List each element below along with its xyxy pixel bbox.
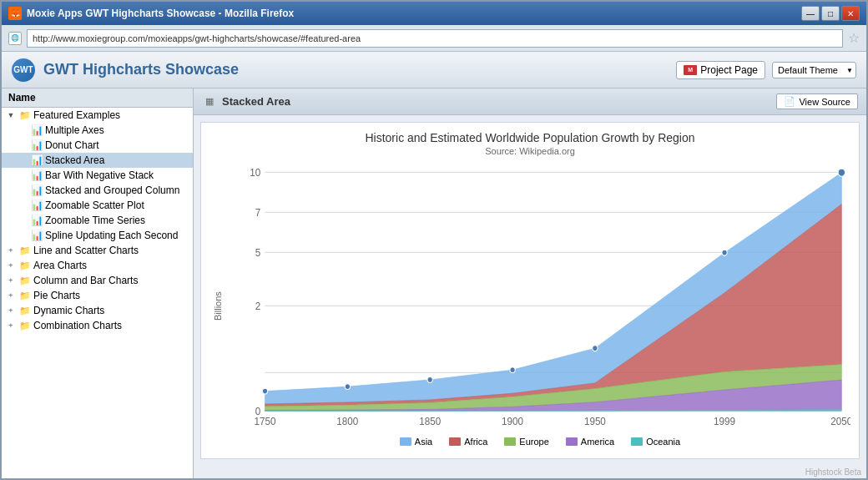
folder-icon: 📁 [18,109,32,121]
legend-item-oceania[interactable]: Oceania [631,437,680,447]
sidebar-item-multiple-axes[interactable]: 📊 Multiple Axes [2,123,193,138]
folder-icon-col: 📁 [18,275,32,286]
sidebar-item-area-charts[interactable]: + 📁 Area Charts [2,258,193,273]
legend-label-asia: Asia [415,437,432,447]
sidebar-item-featured-examples[interactable]: ▼ 📁 Featured Examples [2,108,193,123]
app-title: GWT Highcharts Showcase [43,61,676,78]
spacer [17,200,28,211]
spacer [17,215,28,226]
sidebar-label-pie: Pie Charts [33,290,189,301]
sidebar-item-donut-chart[interactable]: 📊 Donut Chart [2,138,193,153]
legend-item-asia[interactable]: Asia [400,437,432,447]
legend-color-europe [504,437,516,446]
legend-color-america [566,437,578,446]
folder-icon-combo: 📁 [18,320,32,331]
sidebar-label-dynamic: Dynamic Charts [33,305,189,316]
folder-icon-pie: 📁 [18,290,32,301]
chart-icon-scatter: 📊 [30,200,43,211]
page-icon: 🌐 [8,32,22,45]
bookmark-icon[interactable]: ☆ [848,30,860,46]
sidebar-item-stacked-grouped[interactable]: 📊 Stacked and Grouped Column [2,183,193,198]
legend-color-africa [449,437,461,446]
svg-text:1850: 1850 [419,416,441,427]
chart-icon-multiple: 📊 [30,124,43,136]
svg-point-28 [593,346,598,351]
view-source-button[interactable]: 📄 View Source [776,93,858,109]
svg-text:1999: 1999 [714,416,735,427]
legend-label-oceania: Oceania [646,437,680,447]
window-title: Moxie Apps GWT Highcharts Showcase - Moz… [27,8,796,19]
svg-point-25 [345,384,350,390]
svg-text:1800: 1800 [336,416,358,427]
sidebar-item-bar-negative[interactable]: 📊 Bar With Negative Stack [2,168,193,183]
sidebar-item-combination[interactable]: + 📁 Combination Charts [2,318,193,333]
browser-icon: 🦊 [8,7,22,20]
highstock-credit: Highstock Beta [194,466,866,478]
sidebar-item-spline[interactable]: 📊 Spline Updating Each Second [2,228,193,243]
chart-icon-bar: 📊 [30,169,43,181]
sidebar-item-pie[interactable]: + 📁 Pie Charts [2,288,193,303]
legend-item-europe[interactable]: Europe [504,437,548,447]
app-logo: GWT [12,58,35,82]
sidebar-header: Name [2,88,193,108]
chart-header-icon: ▦ [202,96,217,108]
svg-text:7: 7 [255,207,261,219]
maximize-button[interactable]: □ [821,6,840,21]
legend-item-africa[interactable]: Africa [449,437,487,447]
legend-color-oceania [631,437,643,446]
sidebar-label-zoomable-time: Zoomable Time Series [45,215,189,226]
expand-icon-combo: + [5,320,17,331]
sidebar-label-spline: Spline Updating Each Second [45,230,189,241]
sidebar-label-multiple-axes: Multiple Axes [45,124,189,136]
svg-point-29 [722,250,727,255]
sidebar-label-line-scatter: Line and Scatter Charts [33,245,189,256]
sidebar-label-featured: Featured Examples [33,109,189,121]
svg-text:1950: 1950 [584,416,606,427]
chart-icon-donut: 📊 [30,139,43,151]
svg-point-26 [427,376,432,382]
legend-label-europe: Europe [519,437,548,447]
chart-icon-stacked-area: 📊 [30,154,43,166]
close-button[interactable]: ✕ [841,6,860,21]
sidebar-item-column-bar[interactable]: + 📁 Column and Bar Charts [2,273,193,288]
theme-select[interactable]: Default Theme Dark Theme Light Theme [772,62,856,78]
expand-icon-col: + [5,275,17,286]
spacer [17,154,28,166]
folder-icon-area: 📁 [18,260,32,271]
chart-subtitle: Source: Wikipedia.org [209,146,850,156]
sidebar-label-column-bar: Column and Bar Charts [33,275,189,286]
svg-text:2050: 2050 [830,416,850,427]
legend-label-africa: Africa [464,437,487,447]
folder-icon-line: 📁 [18,245,32,256]
view-source-label: View Source [799,97,850,107]
project-page-label: Project Page [700,64,758,76]
legend-item-america[interactable]: America [566,437,614,447]
chart-icon-grouped: 📊 [30,184,43,196]
svg-text:2: 2 [255,301,261,312]
expand-icon-dynamic: + [5,305,17,316]
sidebar-label-donut: Donut Chart [45,139,189,151]
sidebar-item-dynamic[interactable]: + 📁 Dynamic Charts [2,303,193,318]
legend-color-asia [400,437,411,446]
sidebar-item-line-scatter[interactable]: + 📁 Line and Scatter Charts [2,243,193,258]
sidebar-item-zoomable-time[interactable]: 📊 Zoomable Time Series [2,213,193,228]
spacer [17,169,28,181]
expand-icon: ▼ [5,109,17,121]
expand-icon-line: + [5,245,17,256]
chart-panel-title: Stacked Area [222,95,776,108]
chart-icon-spline: 📊 [30,230,43,241]
minimize-button[interactable]: — [801,6,820,21]
source-icon: 📄 [784,96,795,107]
sidebar-label-stacked-grouped: Stacked and Grouped Column [45,184,189,196]
project-page-button[interactable]: M Project Page [676,61,765,79]
expand-icon-pie: + [5,290,17,301]
spacer [17,230,28,241]
project-icon: M [684,65,697,75]
sidebar-item-stacked-area[interactable]: 📊 Stacked Area [2,153,193,168]
chart-legend: Asia Africa Europe [230,430,850,450]
expand-icon-area: + [5,260,17,271]
svg-text:5: 5 [255,247,261,259]
sidebar-item-zoomable-scatter[interactable]: 📊 Zoomable Scatter Plot [2,198,193,213]
spacer [17,139,28,151]
address-input[interactable] [27,29,843,48]
